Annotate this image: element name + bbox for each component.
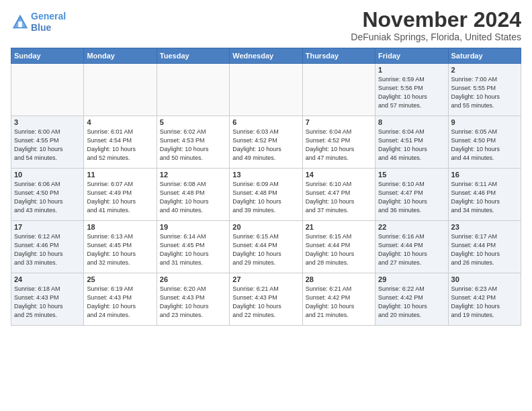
logo-icon — [11, 13, 30, 32]
day-number: 10 — [14, 171, 81, 179]
day-number: 2 — [451, 66, 518, 74]
day-number: 15 — [378, 171, 445, 179]
day-number: 14 — [306, 171, 372, 179]
day-info: Sunrise: 6:10 AM Sunset: 4:47 PM Dayligh… — [378, 180, 445, 215]
day-cell-17: 17Sunrise: 6:12 AM Sunset: 4:46 PM Dayli… — [11, 221, 84, 273]
day-cell-7: 7Sunrise: 6:04 AM Sunset: 4:52 PM Daylig… — [302, 116, 375, 169]
day-cell-1: 1Sunrise: 6:59 AM Sunset: 5:56 PM Daylig… — [375, 64, 448, 116]
day-cell-9: 9Sunrise: 6:05 AM Sunset: 4:50 PM Daylig… — [448, 116, 521, 169]
col-header-tuesday: Tuesday — [157, 48, 229, 64]
day-number: 20 — [232, 223, 299, 231]
day-info: Sunrise: 6:04 AM Sunset: 4:51 PM Dayligh… — [378, 128, 445, 163]
day-cell-6: 6Sunrise: 6:03 AM Sunset: 4:52 PM Daylig… — [230, 116, 302, 169]
day-cell-13: 13Sunrise: 6:09 AM Sunset: 4:48 PM Dayli… — [230, 169, 302, 221]
col-header-monday: Monday — [84, 48, 157, 64]
day-info: Sunrise: 6:59 AM Sunset: 5:56 PM Dayligh… — [378, 75, 445, 110]
calendar-table: SundayMondayTuesdayWednesdayThursdayFrid… — [11, 48, 521, 326]
col-header-saturday: Saturday — [448, 48, 521, 64]
day-number: 6 — [232, 118, 299, 126]
day-number: 4 — [87, 118, 153, 126]
day-info: Sunrise: 6:04 AM Sunset: 4:52 PM Dayligh… — [306, 128, 372, 163]
day-info: Sunrise: 6:01 AM Sunset: 4:54 PM Dayligh… — [87, 128, 153, 163]
day-number: 24 — [14, 275, 81, 283]
day-info: Sunrise: 6:22 AM Sunset: 4:42 PM Dayligh… — [378, 285, 445, 320]
day-info: Sunrise: 6:10 AM Sunset: 4:47 PM Dayligh… — [306, 180, 372, 215]
day-info: Sunrise: 6:13 AM Sunset: 4:45 PM Dayligh… — [87, 232, 153, 267]
empty-cell — [11, 64, 84, 116]
logo-text: General Blue — [31, 11, 66, 34]
day-number: 11 — [87, 171, 153, 179]
day-cell-4: 4Sunrise: 6:01 AM Sunset: 4:54 PM Daylig… — [84, 116, 157, 169]
day-number: 19 — [160, 223, 226, 231]
day-cell-30: 30Sunrise: 6:23 AM Sunset: 4:42 PM Dayli… — [448, 273, 521, 326]
logo-line2: Blue — [31, 22, 51, 33]
day-cell-2: 2Sunrise: 7:00 AM Sunset: 5:55 PM Daylig… — [448, 64, 521, 116]
day-number: 7 — [306, 118, 372, 126]
day-cell-11: 11Sunrise: 6:07 AM Sunset: 4:49 PM Dayli… — [84, 169, 157, 221]
col-header-sunday: Sunday — [11, 48, 84, 64]
day-cell-18: 18Sunrise: 6:13 AM Sunset: 4:45 PM Dayli… — [84, 221, 157, 273]
empty-cell — [302, 64, 375, 116]
location: DeFuniak Springs, Florida, United States — [351, 32, 521, 42]
day-number: 25 — [87, 275, 153, 283]
day-number: 26 — [160, 275, 226, 283]
day-number: 13 — [232, 171, 299, 179]
day-info: Sunrise: 6:11 AM Sunset: 4:46 PM Dayligh… — [451, 180, 518, 215]
day-info: Sunrise: 6:05 AM Sunset: 4:50 PM Dayligh… — [451, 128, 518, 163]
week-row-2: 3Sunrise: 6:00 AM Sunset: 4:55 PM Daylig… — [11, 116, 521, 169]
day-info: Sunrise: 6:12 AM Sunset: 4:46 PM Dayligh… — [14, 232, 81, 267]
week-row-5: 24Sunrise: 6:18 AM Sunset: 4:43 PM Dayli… — [11, 273, 521, 326]
day-cell-29: 29Sunrise: 6:22 AM Sunset: 4:42 PM Dayli… — [375, 273, 448, 326]
week-row-4: 17Sunrise: 6:12 AM Sunset: 4:46 PM Dayli… — [11, 221, 521, 273]
day-number: 12 — [160, 171, 226, 179]
day-info: Sunrise: 6:20 AM Sunset: 4:43 PM Dayligh… — [160, 285, 226, 320]
col-header-friday: Friday — [375, 48, 448, 64]
day-info: Sunrise: 6:15 AM Sunset: 4:44 PM Dayligh… — [306, 232, 372, 267]
day-number: 27 — [232, 275, 299, 283]
day-number: 1 — [378, 66, 445, 74]
title-block: November 2024 DeFuniak Springs, Florida,… — [351, 8, 521, 42]
logo: General Blue — [11, 11, 66, 34]
day-info: Sunrise: 6:16 AM Sunset: 4:44 PM Dayligh… — [378, 232, 445, 267]
day-info: Sunrise: 6:06 AM Sunset: 4:50 PM Dayligh… — [14, 180, 81, 215]
day-info: Sunrise: 6:23 AM Sunset: 4:42 PM Dayligh… — [451, 285, 518, 320]
day-number: 23 — [451, 223, 518, 231]
col-header-thursday: Thursday — [302, 48, 375, 64]
day-cell-27: 27Sunrise: 6:21 AM Sunset: 4:43 PM Dayli… — [230, 273, 302, 326]
day-cell-19: 19Sunrise: 6:14 AM Sunset: 4:45 PM Dayli… — [157, 221, 229, 273]
day-info: Sunrise: 6:21 AM Sunset: 4:42 PM Dayligh… — [306, 285, 372, 320]
day-info: Sunrise: 7:00 AM Sunset: 5:55 PM Dayligh… — [451, 75, 518, 110]
day-cell-23: 23Sunrise: 6:17 AM Sunset: 4:44 PM Dayli… — [448, 221, 521, 273]
page-container: General Blue November 2024 DeFuniak Spri… — [0, 0, 532, 331]
svg-rect-2 — [18, 21, 22, 27]
day-cell-8: 8Sunrise: 6:04 AM Sunset: 4:51 PM Daylig… — [375, 116, 448, 169]
day-cell-20: 20Sunrise: 6:15 AM Sunset: 4:44 PM Dayli… — [230, 221, 302, 273]
week-row-3: 10Sunrise: 6:06 AM Sunset: 4:50 PM Dayli… — [11, 169, 521, 221]
day-number: 9 — [451, 118, 518, 126]
day-info: Sunrise: 6:19 AM Sunset: 4:43 PM Dayligh… — [87, 285, 153, 320]
empty-cell — [230, 64, 302, 116]
day-info: Sunrise: 6:14 AM Sunset: 4:45 PM Dayligh… — [160, 232, 226, 267]
day-info: Sunrise: 6:02 AM Sunset: 4:53 PM Dayligh… — [160, 128, 226, 163]
week-row-1: 1Sunrise: 6:59 AM Sunset: 5:56 PM Daylig… — [11, 64, 521, 116]
day-number: 30 — [451, 275, 518, 283]
day-cell-24: 24Sunrise: 6:18 AM Sunset: 4:43 PM Dayli… — [11, 273, 84, 326]
day-info: Sunrise: 6:21 AM Sunset: 4:43 PM Dayligh… — [232, 285, 299, 320]
day-cell-12: 12Sunrise: 6:08 AM Sunset: 4:48 PM Dayli… — [157, 169, 229, 221]
day-number: 22 — [378, 223, 445, 231]
day-info: Sunrise: 6:09 AM Sunset: 4:48 PM Dayligh… — [232, 180, 299, 215]
day-number: 28 — [306, 275, 372, 283]
calendar-header-row: SundayMondayTuesdayWednesdayThursdayFrid… — [11, 48, 521, 64]
day-cell-16: 16Sunrise: 6:11 AM Sunset: 4:46 PM Dayli… — [448, 169, 521, 221]
day-info: Sunrise: 6:17 AM Sunset: 4:44 PM Dayligh… — [451, 232, 518, 267]
day-info: Sunrise: 6:08 AM Sunset: 4:48 PM Dayligh… — [160, 180, 226, 215]
day-number: 21 — [306, 223, 372, 231]
day-cell-15: 15Sunrise: 6:10 AM Sunset: 4:47 PM Dayli… — [375, 169, 448, 221]
day-number: 17 — [14, 223, 81, 231]
day-number: 16 — [451, 171, 518, 179]
day-info: Sunrise: 6:07 AM Sunset: 4:49 PM Dayligh… — [87, 180, 153, 215]
day-number: 29 — [378, 275, 445, 283]
day-info: Sunrise: 6:18 AM Sunset: 4:43 PM Dayligh… — [14, 285, 81, 320]
day-number: 18 — [87, 223, 153, 231]
logo-line1: General — [31, 11, 66, 21]
